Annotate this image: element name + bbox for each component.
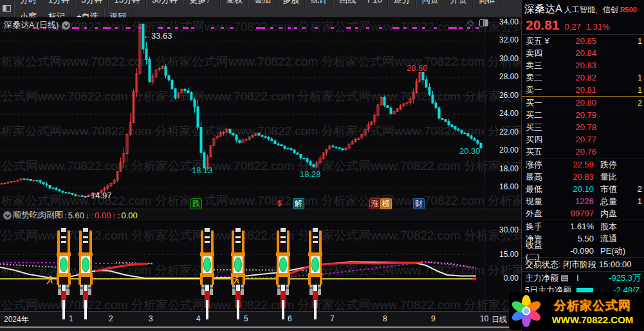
stat-value: 20.10: [554, 184, 594, 194]
rocket-icon: [77, 228, 94, 322]
ask-row: 卖二20.821: [522, 71, 644, 84]
menu-item-10[interactable]: 画线: [333, 0, 362, 8]
stat-row: 收益(二)-0.090PE(动): [522, 245, 644, 257]
axis-month-label: 8: [383, 314, 387, 323]
menu-item-9[interactable]: 统计: [305, 0, 333, 8]
ask-price[interactable]: 20.84: [559, 48, 596, 58]
layout-icon[interactable]: [0, 0, 14, 17]
main-chart-area[interactable]: 深桑达A (日线) ◇: [0, 17, 521, 209]
menu-item-15[interactable]: 简框: [473, 0, 501, 8]
collapse-icon[interactable]: [3, 211, 12, 220]
ask-label: 卖一: [526, 84, 559, 96]
menu-item-7[interactable]: 叠加: [248, 0, 277, 8]
stat-value: 1226: [554, 196, 594, 206]
chart-badge-解[interactable]: 解: [293, 198, 304, 209]
candlestick-chart: [0, 17, 486, 209]
indicator-name: 顺势吃肉副图: [13, 209, 63, 221]
rocket-icon: [199, 228, 216, 322]
list-icon[interactable]: [561, 275, 568, 281]
ask-volume: 1: [596, 73, 642, 82]
ask-price[interactable]: 20.85: [559, 36, 596, 46]
chart-badge-榜[interactable]: 榜: [380, 198, 392, 209]
ask-label: 卖四: [526, 48, 559, 59]
rocket-icon: [55, 228, 72, 322]
stat-value: 1: [632, 196, 642, 206]
trading-status: 交易状态: 闭市阶段 15:00:00: [522, 258, 644, 272]
chart-title: 深桑达A (日线): [4, 19, 70, 31]
rocket-icon: [275, 228, 291, 322]
bid-label: 买三: [526, 122, 559, 133]
indicator-header[interactable]: 顺势吃肉副图 : 5.60 ↓ : 0.00 ↑ : 0.00: [0, 209, 521, 222]
menu-item-8[interactable]: 多股: [277, 0, 305, 8]
stock-name[interactable]: 深桑达A: [524, 3, 562, 16]
menu-item-3[interactable]: 15分钟: [108, 0, 145, 8]
chart-badge-跌[interactable]: 跌: [190, 198, 202, 209]
price-annotation: 18.13: [192, 166, 213, 175]
price-summary: 20.81 0.27 1.31%: [522, 17, 644, 35]
ask-row: 卖五 ¥20.851: [522, 35, 644, 47]
axis-month-label: 10: [480, 314, 488, 323]
bid-price[interactable]: 20.77: [559, 135, 596, 144]
chart-badge-涨[interactable]: 涨: [369, 198, 381, 209]
ask-price[interactable]: 20.82: [559, 73, 596, 82]
indicator-value-3: 0.00: [122, 211, 138, 220]
separator: :: [118, 211, 120, 220]
stat-row: 最高20.83量比: [522, 171, 644, 183]
ask-row: 卖一20.811: [522, 84, 644, 96]
axis-month-label: 2: [109, 314, 113, 323]
chevron-down-icon[interactable]: [62, 21, 70, 30]
menu-item-11[interactable]: F10: [362, 0, 387, 7]
menu-item-14[interactable]: 开资: [445, 0, 473, 8]
axis-period-label: 日线: [492, 314, 507, 325]
stat-label: 量比: [600, 171, 632, 183]
diamond-icon[interactable]: ◇: [468, 18, 474, 27]
ask-label: 卖三: [526, 60, 559, 71]
money-flow-value: -925.3万: [581, 272, 641, 284]
stat-label: 外盘: [526, 208, 554, 220]
bid-price[interactable]: 20.78: [559, 122, 596, 132]
ask-levels: 卖五 ¥20.851卖四20.84卖三20.83卖二20.821卖一20.811: [522, 35, 644, 97]
separator: :: [91, 211, 93, 220]
menu-item-12[interactable]: 逐分: [388, 0, 416, 8]
menu-item-13[interactable]: 同资: [416, 0, 445, 8]
menu-item-6[interactable]: 复权: [220, 0, 248, 8]
bid-price[interactable]: 20.80: [559, 98, 596, 108]
bid-price[interactable]: 20.76: [559, 147, 596, 156]
stat-row: 现量1226总量1: [522, 195, 644, 207]
stat-label: 流通: [600, 233, 632, 245]
ask-price[interactable]: 20.81: [559, 85, 596, 95]
layout-icon-glyph: [3, 5, 11, 12]
menu-item-1[interactable]: 1分钟: [42, 0, 75, 8]
stat-label: 总量: [600, 196, 632, 207]
separator: :: [64, 211, 67, 220]
runner-icon: [232, 275, 241, 287]
price-change-pct: 1.31%: [586, 22, 610, 32]
stat-value: -0.090: [554, 246, 594, 256]
stat-row: 涨停22.59跌停: [522, 158, 644, 171]
logo-site-url[interactable]: WWW.70822.COM: [552, 314, 634, 325]
bid-row: 买四20.77: [522, 133, 644, 146]
chart-badge-$[interactable]: $: [275, 198, 284, 209]
stock-header: 深桑达A 人工智能、信创 R500: [522, 0, 644, 17]
stat-row: 外盘99797内盘: [522, 207, 644, 220]
menu-item-2[interactable]: 5分钟: [75, 0, 108, 8]
stat-label: 市值: [600, 184, 632, 195]
ask-price[interactable]: 20.83: [559, 61, 596, 70]
bid-price[interactable]: 20.79: [559, 110, 596, 120]
y-axis-label: 34.00: [484, 17, 519, 27]
last-price: 20.81: [526, 17, 560, 33]
logo-site-name[interactable]: 分析家公式网: [554, 298, 631, 314]
menu-item-4[interactable]: 30分钟: [146, 0, 183, 8]
fundamental-stats: 换手1.61%股本净资5.50流通收益(二)-0.090PE(动): [522, 220, 644, 258]
bid-volume: 2: [596, 99, 642, 108]
menu-item-0[interactable]: 分时: [14, 0, 42, 8]
stat-value: 2: [632, 184, 642, 194]
price-annotation: 18.28: [300, 169, 321, 179]
stat-value: 99797: [554, 209, 594, 218]
stock-badge: R500: [620, 6, 637, 14]
stat-row: 最低20.10市值2: [522, 183, 644, 195]
stat-value: 20.83: [554, 172, 594, 182]
chart-badge-财[interactable]: 财: [413, 198, 425, 209]
menu-item-5[interactable]: 更多〉: [183, 0, 220, 8]
ask-volume: 1: [596, 37, 642, 46]
